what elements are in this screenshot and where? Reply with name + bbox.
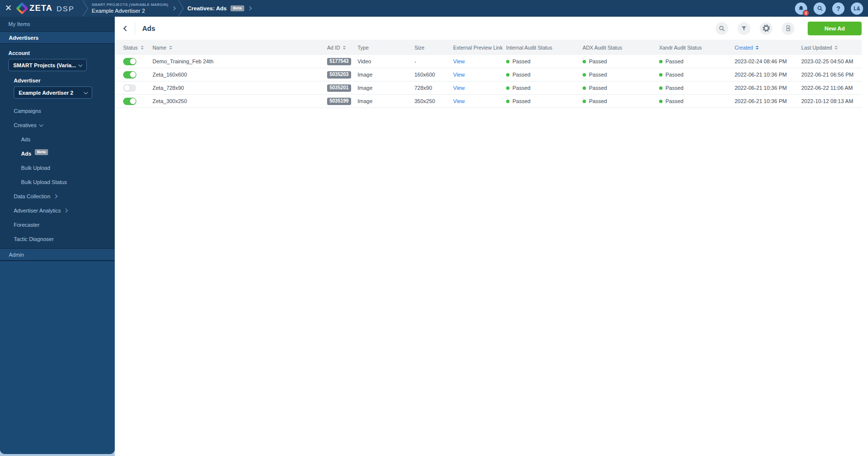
- back-button[interactable]: [122, 25, 130, 32]
- search-button[interactable]: [715, 22, 728, 35]
- sidebar-section-advertisers[interactable]: Advertisers: [0, 31, 115, 44]
- status-toggle[interactable]: [123, 98, 136, 105]
- sidebar-item-advertiser-analytics[interactable]: Advertiser Analytics: [0, 203, 115, 217]
- close-icon[interactable]: ✕: [0, 0, 17, 17]
- filter-button[interactable]: [738, 22, 750, 35]
- breadcrumb-advertiser: Example Advertiser 2: [92, 7, 168, 14]
- column-header-name[interactable]: Name: [153, 45, 327, 51]
- table-row[interactable]: Zeta_160x600 5035203 Image 160x600 View …: [115, 68, 862, 81]
- chevron-right-icon: [247, 6, 251, 10]
- adx-audit-status: Passed: [589, 98, 607, 104]
- external-preview-view-link[interactable]: View: [453, 72, 465, 78]
- breadcrumb-account[interactable]: SMART PROJECTS (VARIABLE MARGIN) Example…: [92, 2, 175, 14]
- table-row[interactable]: Zeta_300x250 5035199 Image 350x250 View …: [115, 95, 862, 108]
- export-button[interactable]: [782, 22, 794, 35]
- sidebar-item-ads-beta[interactable]: Ads Beta: [0, 146, 115, 161]
- xandr-audit-status: Passed: [665, 72, 684, 78]
- external-preview-view-link[interactable]: View: [453, 85, 465, 91]
- sidebar-item-bulk-upload[interactable]: Bulk Upload: [0, 161, 115, 175]
- user-avatar[interactable]: L&: [851, 2, 863, 15]
- topbar: ✕ ZETA DSP SMART PROJECTS (VARIABLE MARG…: [0, 0, 868, 17]
- last-updated-date: 2023-02-25 04:50 AM: [801, 58, 853, 64]
- advertiser-label: Advertiser: [14, 78, 115, 83]
- admin-label: Admin: [9, 252, 24, 258]
- global-search-button[interactable]: [814, 2, 826, 15]
- chevron-right-icon: [53, 194, 57, 198]
- settings-button[interactable]: [760, 22, 772, 35]
- help-button[interactable]: ?: [832, 2, 844, 15]
- breadcrumb-separator-icon: [178, 0, 184, 17]
- sidebar-item-my-items[interactable]: My Items: [0, 17, 115, 31]
- breadcrumb-account-label: SMART PROJECTS (VARIABLE MARGIN): [92, 2, 168, 7]
- column-header-adx-audit-status: ADX Audit Status: [583, 45, 659, 51]
- sidebar-item-forecaster[interactable]: Forecaster: [0, 217, 115, 232]
- column-header-last-updated[interactable]: Last Updated: [801, 45, 862, 51]
- status-dot-icon: [659, 60, 663, 63]
- ad-name[interactable]: Demo_Training_Feb 24th: [153, 58, 213, 64]
- status-dot-icon: [659, 86, 663, 90]
- sidebar-item-label: Forecaster: [14, 222, 40, 228]
- internal-audit-status: Passed: [512, 98, 531, 104]
- table-row[interactable]: Demo_Training_Feb 24th 5177543 Video - V…: [115, 55, 862, 68]
- column-label: Status: [123, 45, 138, 51]
- ad-name[interactable]: Zeta_300x250: [153, 98, 187, 104]
- last-updated-date: 2022-10-12 08:13 AM: [801, 98, 853, 104]
- ad-size: 350x250: [414, 98, 435, 104]
- status-toggle[interactable]: [123, 71, 136, 79]
- sidebar-item-creatives[interactable]: Creatives: [0, 118, 115, 132]
- sidebar-item-bulk-upload-status[interactable]: Bulk Upload Status: [0, 175, 115, 189]
- logo-text: ZETA: [29, 3, 52, 13]
- column-label: Internal Audit Status: [506, 45, 552, 51]
- logo-suffix: DSP: [56, 4, 75, 13]
- xandr-audit-status: Passed: [665, 85, 684, 91]
- status-toggle[interactable]: [123, 84, 136, 92]
- adx-audit-status: Passed: [589, 85, 607, 91]
- column-header-xandr-audit-status: Xandr Audit Status: [659, 45, 735, 51]
- adx-audit-status: Passed: [589, 58, 607, 64]
- column-header-ad-id[interactable]: Ad ID: [327, 45, 357, 51]
- sidebar-item-ads[interactable]: Ads: [0, 132, 115, 146]
- sidebar-item-label: Advertiser Analytics: [14, 208, 61, 214]
- notifications-button[interactable]: 1: [795, 2, 807, 15]
- status-dot-icon: [506, 73, 510, 77]
- account-label: Account: [8, 50, 115, 56]
- toggle-knob: [124, 85, 130, 91]
- adx-audit-status: Passed: [589, 72, 607, 78]
- new-ad-button[interactable]: New Ad: [808, 22, 862, 35]
- column-label: Created: [735, 45, 753, 51]
- created-date: 2023-02-24 08:46 PM: [735, 58, 787, 64]
- chevron-down-icon: [39, 122, 43, 126]
- status-toggle[interactable]: [123, 58, 136, 65]
- ad-id-badge: 5035201: [327, 84, 351, 92]
- sidebar-item-label: Creatives: [14, 122, 36, 128]
- account-select[interactable]: SMART Projects (Varia...: [8, 59, 87, 71]
- status-dot-icon: [506, 86, 510, 90]
- external-preview-view-link[interactable]: View: [453, 98, 465, 104]
- external-preview-view-link[interactable]: View: [453, 58, 465, 64]
- sidebar-item-tactic-diagnoser[interactable]: Tactic Diagnoser: [0, 232, 115, 246]
- status-dot-icon: [659, 73, 663, 77]
- breadcrumb-section[interactable]: Creatives: Ads Beta: [187, 5, 251, 11]
- ad-type: Image: [357, 85, 373, 91]
- status-dot-icon: [506, 60, 510, 63]
- column-header-internal-audit-status: Internal Audit Status: [506, 45, 583, 51]
- column-header-created[interactable]: Created: [735, 45, 801, 51]
- sidebar-section-admin[interactable]: Admin: [0, 248, 115, 261]
- breadcrumb-separator-icon: [82, 0, 89, 17]
- ad-name[interactable]: Zeta_728x90: [153, 85, 184, 91]
- sidebar-item-label: Tactic Diagnoser: [14, 236, 53, 242]
- ad-id-badge: 5035199: [327, 98, 351, 105]
- sidebar-nav: Campaigns Creatives Ads Ads Beta Bulk Up…: [0, 104, 115, 246]
- sidebar-item-campaigns[interactable]: Campaigns: [0, 104, 115, 118]
- sidebar-item-data-collection[interactable]: Data Collection: [0, 189, 115, 203]
- column-header-status[interactable]: Status: [123, 45, 153, 51]
- zeta-dsp-logo[interactable]: ZETA DSP: [18, 3, 75, 13]
- search-icon: [817, 5, 823, 12]
- toggle-knob: [130, 72, 136, 78]
- table-row[interactable]: Zeta_728x90 5035201 Image 728x90 View Pa…: [115, 81, 862, 95]
- ad-name[interactable]: Zeta_160x600: [153, 72, 187, 78]
- chevron-down-icon: [78, 62, 82, 66]
- ad-id-badge: 5035203: [327, 71, 351, 79]
- advertiser-select[interactable]: Example Advertiser 2: [14, 86, 92, 99]
- created-date: 2022-06-21 10:36 PM: [735, 85, 787, 91]
